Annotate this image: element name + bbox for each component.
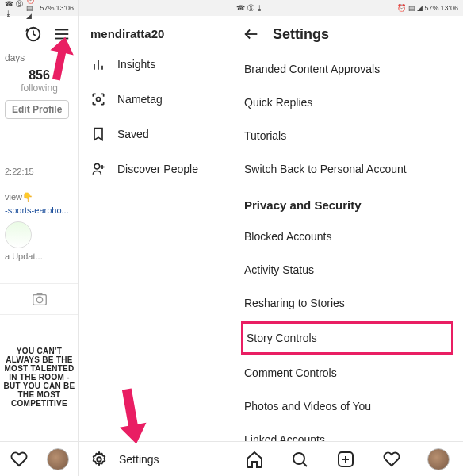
drawer-item-discover[interactable]: Discover People [79,152,231,186]
post-thumbnail[interactable]: YOU CAN'T ALWAYS BE THE MOST TALENTED IN… [0,347,78,408]
days-label: days [5,52,74,63]
activity-icon[interactable] [10,450,29,469]
drawer-item-label: Insights [117,58,155,71]
profile-panel: ☎ ⓢ ⭳ ⏰ ▤ ◢ 57% 13:06 days 856 following… [0,0,79,476]
archive-icon[interactable] [25,25,42,43]
feed-time: 2:22:15 [5,167,74,176]
settings-item[interactable]: Activity Status [232,253,463,286]
svg-point-9 [97,98,101,102]
following-count[interactable]: 856 [5,68,74,83]
feed-link[interactable]: -sports-earpho... [5,205,74,215]
drawer-item-nametag[interactable]: Nametag [79,82,231,117]
new-post-icon[interactable] [336,450,355,469]
settings-item[interactable]: Quick Replies [232,86,463,119]
drawer-item-insights[interactable]: Insights [79,47,231,82]
profile-tab-icon[interactable] [427,448,450,470]
drawer-item-saved[interactable]: Saved [79,117,231,152]
bottom-nav [232,441,463,476]
settings-item[interactable]: Comment Controls [232,356,463,390]
svg-point-10 [94,163,100,169]
feed-text: view👇 [5,192,74,202]
settings-label: Settings [119,453,159,466]
settings-item-story-controls[interactable]: Story Controls [241,321,453,355]
settings-item[interactable]: Resharing to Stories [232,286,463,320]
status-bar: ☎ ⓢ ⭳ ⏰ ▤ ◢ 57% 13:06 [232,0,463,16]
settings-item[interactable]: Photos and Videos of You [232,390,463,423]
home-icon[interactable] [245,450,264,469]
story-avatar[interactable] [5,221,32,248]
activity-icon[interactable] [382,450,401,469]
settings-item[interactable]: Tutorials [232,119,463,152]
drawer-settings-button[interactable]: Settings [79,441,231,476]
drawer-panel: mendiratta20 Insights Nametag Saved Disc… [79,0,232,476]
search-icon[interactable] [290,450,309,469]
svg-rect-4 [33,295,46,305]
profile-tab-icon[interactable] [47,448,69,470]
svg-point-15 [293,453,304,464]
status-bar [79,0,231,16]
svg-line-16 [303,463,307,466]
page-title: Settings [273,26,329,43]
settings-item[interactable]: Branded Content Approvals [232,52,463,86]
status-bar: ☎ ⓢ ⭳ ⏰ ▤ ◢ 57% 13:06 [0,0,78,16]
svg-point-5 [36,297,42,302]
following-label: following [5,83,74,94]
drawer-item-label: Saved [117,128,149,140]
section-header: Privacy and Security [232,186,463,220]
hamburger-menu-icon[interactable] [53,25,71,43]
settings-panel: ☎ ⓢ ⭳ ⏰ ▤ ◢ 57% 13:06 Settings Branded C… [232,0,463,476]
feed-name: a Updat... [5,251,74,261]
grid-tab-icon[interactable] [0,283,78,315]
drawer-item-label: Discover People [117,163,198,175]
drawer-username: mendiratta20 [79,16,231,47]
gear-icon [90,451,108,468]
edit-profile-button[interactable]: Edit Profile [5,100,69,119]
svg-point-13 [97,457,101,462]
settings-item[interactable]: Switch Back to Personal Account [232,152,463,186]
drawer-item-label: Nametag [117,93,163,106]
settings-item[interactable]: Blocked Accounts [232,220,463,253]
back-icon[interactable] [243,25,260,43]
